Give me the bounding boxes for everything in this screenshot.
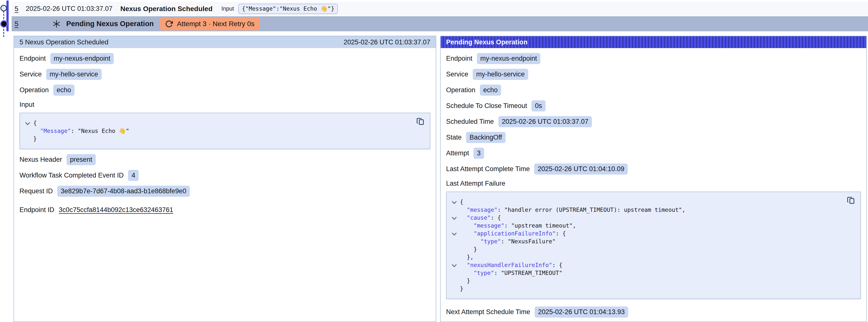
- field-value-badge-service: my-hello-service: [473, 69, 528, 80]
- field-row-next-attempt-schedule-time: Next Attempt Schedule Time2025-02-26 UTC…: [446, 304, 861, 320]
- json-line-text: "cause": {: [460, 215, 501, 221]
- field-value-badge-endpoint: my-nexus-endpoint: [477, 53, 540, 64]
- json-line-text: },: [460, 254, 473, 260]
- collapse-chevron-icon[interactable]: [25, 121, 33, 125]
- workflow-event-history-view: 5 2025-02-26 UTC 01:03:37.07 Nexus Opera…: [0, 0, 868, 322]
- event-id-link[interactable]: 5: [14, 5, 19, 13]
- failure-json-block: { "message": "handler error (UPSTREAM_TI…: [446, 192, 861, 299]
- event-title: Nexus Operation Scheduled: [120, 5, 212, 13]
- json-line: {: [452, 198, 845, 206]
- field-label-request-id: Request ID: [20, 187, 53, 195]
- collapse-chevron-icon[interactable]: [452, 263, 460, 267]
- json-line: "cause": {: [452, 214, 845, 222]
- json-line-text: }: [33, 136, 37, 142]
- pending-operation-row[interactable]: 5 Pending Nexus Operation Attempt 3 · Ne…: [11, 16, 868, 31]
- json-line: "type": "UPSTREAM_TIMEOUT": [452, 269, 845, 277]
- field-label-workflow-task-completed-event-id: Workflow Task Completed Event ID: [20, 171, 124, 179]
- json-line: }: [25, 135, 415, 143]
- field-value-badge-operation: echo: [53, 85, 75, 96]
- timeline-filled-circle-icon: [1, 21, 7, 27]
- event-summary-row[interactable]: 5 2025-02-26 UTC 01:03:37.07 Nexus Opera…: [11, 2, 868, 15]
- pending-operation-title: Pending Nexus Operation: [66, 20, 154, 28]
- input-label: Input: [221, 5, 234, 12]
- json-line: }: [452, 285, 845, 293]
- field-row-service: Servicemy-hello-service: [20, 66, 430, 82]
- event-timestamp: 2025-02-26 UTC 01:03:37.07: [26, 5, 113, 12]
- field-row-workflow-task-completed-event-id: Workflow Task Completed Event ID4: [20, 167, 430, 183]
- field-value-badge-nexus-header: present: [67, 154, 96, 165]
- failure-section-label: Last Attempt Failure: [446, 178, 861, 189]
- field-label-schedule-to-close-timeout: Schedule To Close Timeout: [446, 102, 527, 110]
- field-row-attempt: Attempt3: [446, 145, 861, 161]
- field-row-service: Servicemy-hello-service: [446, 66, 861, 82]
- json-line: }: [452, 277, 845, 285]
- json-line-text: }: [460, 246, 477, 253]
- copy-icon[interactable]: [846, 196, 856, 205]
- field-value-badge-operation: echo: [480, 85, 501, 96]
- field-value-badge-endpoint: my-nexus-endpoint: [50, 53, 114, 64]
- field-value-badge-scheduled-time: 2025-02-26 UTC 01:03:37.07: [498, 116, 592, 127]
- field-label-nexus-header: Nexus Header: [20, 156, 62, 163]
- input-preview-chip: {"Message":"Nexus Echo 👋"}: [238, 4, 338, 14]
- pending-event-id-link[interactable]: 5: [14, 20, 19, 28]
- field-label-service: Service: [20, 70, 42, 78]
- pending-asterisk-icon: [52, 20, 61, 28]
- collapse-chevron-icon[interactable]: [452, 200, 460, 204]
- event-detail-panel-header: 5 Nexus Operation Scheduled 2025-02-26 U…: [14, 36, 436, 48]
- field-row-operation: Operationecho: [20, 82, 430, 98]
- collapse-chevron-icon[interactable]: [452, 216, 460, 219]
- field-value-badge-next-attempt-schedule-time: 2025-02-26 UTC 01:04:13.93: [535, 307, 628, 318]
- field-value-badge-request-id: 3e829b7e-7d67-4b08-aad3-b1e868bfe9e0: [57, 186, 190, 197]
- pending-operation-panel: Pending Nexus Operation Endpointmy-nexus…: [440, 36, 867, 322]
- retry-icon: [165, 20, 173, 28]
- json-line-text: "applicationFailureInfo": {: [460, 230, 566, 237]
- timeline-active-bar: [6, 0, 9, 31]
- json-line-text: }: [460, 286, 463, 292]
- collapse-chevron-icon[interactable]: [452, 232, 460, 235]
- field-label-attempt: Attempt: [446, 150, 469, 157]
- json-line-text: "type": "UPSTREAM_TIMEOUT": [460, 270, 562, 276]
- field-value-badge-service: my-hello-service: [46, 69, 102, 80]
- copy-icon[interactable]: [416, 117, 425, 126]
- field-label-service: Service: [446, 70, 468, 78]
- field-value-link-endpoint-id[interactable]: 3c0c75ccfa8144b092c13ce632463761: [59, 206, 173, 214]
- json-line-text: {: [460, 199, 463, 205]
- field-row-last-attempt-complete-time: Last Attempt Complete Time2025-02-26 UTC…: [446, 161, 861, 177]
- field-label-last-attempt-complete-time: Last Attempt Complete Time: [446, 165, 530, 173]
- field-value-badge-workflow-task-completed-event-id: 4: [128, 170, 139, 181]
- timeline-open-circle-icon: [0, 5, 7, 11]
- json-line-text: "message": "upstream timeout",: [460, 222, 576, 229]
- field-row-endpoint: Endpointmy-nexus-endpoint: [446, 51, 861, 66]
- field-value-badge-attempt: 3: [473, 148, 484, 159]
- json-line: "Message": "Nexus Echo 👋": [25, 127, 415, 135]
- json-line: "applicationFailureInfo": {: [452, 229, 845, 237]
- json-line-text: "Message": "Nexus Echo 👋": [33, 128, 129, 134]
- json-line-text: "nexusHandlerFailureInfo": {: [460, 262, 562, 268]
- field-row-state: StateBackingOff: [446, 129, 861, 145]
- field-row-endpoint-id: Endpoint ID3c0c75ccfa8144b092c13ce632463…: [20, 202, 430, 218]
- field-value-badge-state: BackingOff: [466, 132, 505, 143]
- json-line: "type": "NexusFailure": [452, 237, 845, 245]
- field-label-endpoint-id: Endpoint ID: [20, 206, 54, 214]
- event-detail-panel-time: 2025-02-26 UTC 01:03:37.07: [344, 38, 430, 46]
- pending-operation-panel-header: Pending Nexus Operation: [441, 36, 866, 48]
- json-line-text: "type": "NexusFailure": [460, 238, 556, 245]
- field-value-badge-last-attempt-complete-time: 2025-02-26 UTC 01:04:10.09: [534, 163, 628, 174]
- json-line: }: [452, 245, 845, 253]
- field-row-nexus-header: Nexus Headerpresent: [20, 152, 430, 167]
- event-detail-panel: 5 Nexus Operation Scheduled 2025-02-26 U…: [13, 36, 436, 322]
- input-json-block: { "Message": "Nexus Echo 👋"}: [20, 113, 430, 149]
- json-line: "message": "upstream timeout",: [452, 222, 845, 229]
- field-label-endpoint: Endpoint: [446, 55, 472, 62]
- event-detail-panel-title: 5 Nexus Operation Scheduled: [20, 38, 108, 46]
- pending-operation-panel-title: Pending Nexus Operation: [446, 38, 528, 46]
- field-label-state: State: [446, 134, 462, 141]
- json-line: "nexusHandlerFailureInfo": {: [452, 261, 845, 269]
- field-row-request-id: Request ID3e829b7e-7d67-4b08-aad3-b1e868…: [20, 183, 430, 199]
- json-line-text: "message": "handler error (UPSTREAM_TIME…: [460, 206, 685, 213]
- json-line-text: {: [33, 120, 37, 126]
- json-line: "message": "handler error (UPSTREAM_TIME…: [452, 206, 845, 214]
- field-label-operation: Operation: [20, 86, 49, 94]
- field-label-next-attempt-schedule-time: Next Attempt Schedule Time: [446, 308, 530, 316]
- json-line: {: [25, 119, 415, 127]
